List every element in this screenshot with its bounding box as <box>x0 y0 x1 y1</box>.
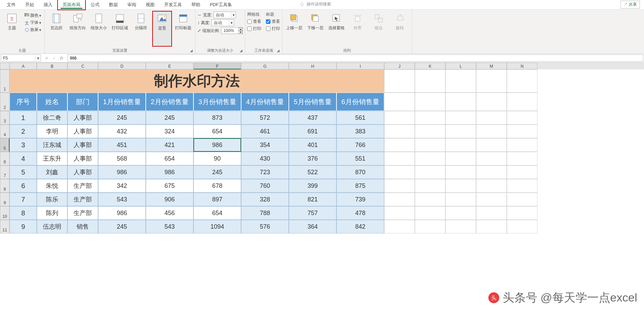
data-cell[interactable]: 654 <box>193 206 241 220</box>
data-cell[interactable]: 522 <box>289 165 336 179</box>
data-cell[interactable]: 324 <box>146 125 193 138</box>
data-cell[interactable]: 986 <box>193 138 241 152</box>
cell[interactable] <box>415 69 445 93</box>
cell[interactable] <box>415 165 445 179</box>
cell[interactable] <box>476 220 507 233</box>
data-cell[interactable]: 456 <box>146 206 193 220</box>
col-header-L[interactable]: L <box>445 63 476 69</box>
cell[interactable] <box>445 193 476 206</box>
data-cell[interactable]: 432 <box>98 125 146 138</box>
data-cell[interactable]: 873 <box>193 111 241 125</box>
cell[interactable] <box>476 165 507 179</box>
col-header-K[interactable]: K <box>415 63 445 69</box>
col-header-E[interactable]: E <box>146 63 193 69</box>
data-cell[interactable]: 90 <box>193 152 241 165</box>
data-cell[interactable]: 人事部 <box>67 165 98 179</box>
data-cell[interactable]: 1 <box>10 111 37 125</box>
rotate-button[interactable]: 旋转 <box>390 11 410 47</box>
data-cell[interactable]: 543 <box>146 220 193 233</box>
data-cell[interactable]: 7 <box>10 193 37 206</box>
orientation-button[interactable]: 纸张方向 <box>68 11 88 47</box>
cell[interactable] <box>476 152 507 165</box>
data-cell[interactable]: 451 <box>98 138 146 152</box>
cell[interactable] <box>415 206 445 220</box>
cell[interactable] <box>507 138 537 152</box>
row-header-8[interactable]: 8 <box>0 179 10 193</box>
cell[interactable] <box>384 93 415 111</box>
col-header-C[interactable]: C <box>67 63 98 69</box>
cell[interactable] <box>476 69 507 93</box>
data-cell[interactable]: 8 <box>10 206 37 220</box>
page-setup-launcher[interactable]: ◢ <box>189 48 194 53</box>
data-cell[interactable]: 576 <box>241 220 289 233</box>
data-cell[interactable]: 人事部 <box>67 152 98 165</box>
header-cell[interactable]: 部门 <box>67 93 98 111</box>
headings-view-check[interactable]: 查看 <box>266 19 280 25</box>
cell[interactable] <box>507 152 537 165</box>
menu-tab-2[interactable]: 插入 <box>39 0 57 10</box>
data-cell[interactable]: 245 <box>146 111 193 125</box>
cell[interactable] <box>507 93 537 111</box>
cell[interactable] <box>476 179 507 193</box>
scale-spinner[interactable]: 100% ▲▼ <box>221 27 243 34</box>
header-cell[interactable]: 1月份销售量 <box>98 93 146 111</box>
data-cell[interactable]: 383 <box>336 125 384 138</box>
menu-tab-5[interactable]: 数据 <box>104 0 123 10</box>
row-header-9[interactable]: 9 <box>0 193 10 206</box>
data-cell[interactable]: 朱悦 <box>37 179 67 193</box>
cell[interactable] <box>476 138 507 152</box>
data-cell[interactable]: 757 <box>289 206 336 220</box>
cell[interactable] <box>384 220 415 233</box>
cell[interactable] <box>507 165 537 179</box>
cell[interactable] <box>445 220 476 233</box>
cancel-formula-button[interactable]: ✕ <box>43 56 50 61</box>
select-all-corner[interactable] <box>0 63 10 69</box>
data-cell[interactable]: 399 <box>289 179 336 193</box>
cell[interactable] <box>445 179 476 193</box>
gridlines-print-check[interactable]: 打印 <box>247 26 261 32</box>
formula-input[interactable] <box>67 54 643 62</box>
header-cell[interactable]: 2月份销售量 <box>146 93 193 111</box>
height-combo[interactable]: 自动▾ <box>211 19 234 26</box>
data-cell[interactable]: 245 <box>98 111 146 125</box>
data-cell[interactable]: 生产部 <box>67 193 98 206</box>
data-cell[interactable]: 6 <box>10 179 37 193</box>
cell[interactable] <box>415 179 445 193</box>
cell[interactable] <box>415 111 445 125</box>
row-header-1[interactable]: 1 <box>0 69 10 93</box>
cell[interactable] <box>507 179 537 193</box>
data-cell[interactable]: 788 <box>241 206 289 220</box>
name-box[interactable]: F5 ▾ <box>1 54 41 62</box>
data-cell[interactable]: 430 <box>241 152 289 165</box>
data-cell[interactable]: 675 <box>146 179 193 193</box>
theme-effects-button[interactable]: 效果▾ <box>23 27 42 33</box>
data-cell[interactable]: 245 <box>193 165 241 179</box>
breaks-button[interactable]: 分隔符 <box>131 11 151 47</box>
cell[interactable] <box>415 193 445 206</box>
data-cell[interactable]: 897 <box>193 193 241 206</box>
cell[interactable] <box>384 165 415 179</box>
data-cell[interactable]: 人事部 <box>67 138 98 152</box>
data-cell[interactable]: 551 <box>336 152 384 165</box>
data-cell[interactable]: 364 <box>289 220 336 233</box>
data-cell[interactable]: 654 <box>193 125 241 138</box>
col-header-F[interactable]: F <box>193 63 241 69</box>
cell[interactable] <box>507 206 537 220</box>
data-cell[interactable]: 766 <box>336 138 384 152</box>
title-cell[interactable]: 制作水印方法 <box>10 69 384 93</box>
data-cell[interactable]: 328 <box>241 193 289 206</box>
cell[interactable] <box>445 165 476 179</box>
cell[interactable] <box>507 220 537 233</box>
name-box-dropdown-icon[interactable]: ▾ <box>35 56 41 61</box>
gridlines-view-check[interactable]: 查看 <box>247 19 261 25</box>
data-cell[interactable]: 人事部 <box>67 125 98 138</box>
row-header-4[interactable]: 4 <box>0 125 10 138</box>
col-header-H[interactable]: H <box>289 63 336 69</box>
cell[interactable] <box>384 111 415 125</box>
data-cell[interactable]: 986 <box>98 206 146 220</box>
share-button[interactable]: ↗ 共享 <box>621 1 640 9</box>
menu-tab-7[interactable]: 视图 <box>141 0 159 10</box>
data-cell[interactable]: 568 <box>98 152 146 165</box>
cell[interactable] <box>445 125 476 138</box>
row-header-10[interactable]: 10 <box>0 206 10 220</box>
